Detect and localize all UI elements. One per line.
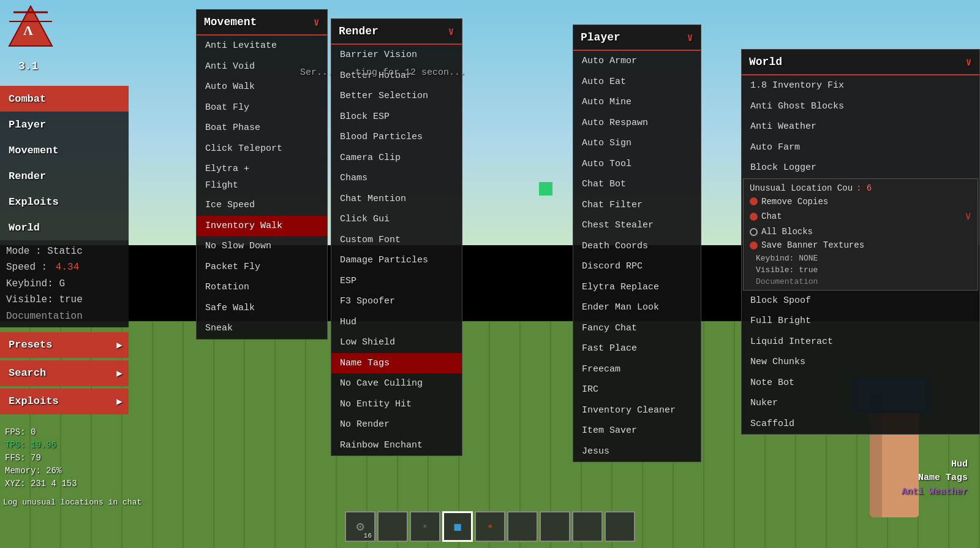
panel-item-auto-sign[interactable]: Auto Sign [573,133,701,154]
hotbar-slot-3[interactable]: ▪ [410,511,440,542]
panel-item-nuker[interactable]: Nuker [742,393,979,414]
hotbar-slot-7[interactable] [540,511,570,542]
panel-item-18-inventory-fix[interactable]: 1.8 Inventory Fix [742,75,979,96]
panel-item-esp[interactable]: ESP [331,271,462,292]
sidebar-item-player[interactable]: Player [0,112,129,137]
movement-chevron[interactable]: ∨ [313,15,320,29]
panel-item-auto-respawn[interactable]: Auto Respawn [573,113,701,134]
panel-item-freecam[interactable]: Freecam [573,359,701,380]
panel-item-auto-farm[interactable]: Auto Farm [742,137,979,158]
panel-item-death-coords[interactable]: Death Coords [573,236,701,257]
panel-item-anti-ghost-blocks[interactable]: Anti Ghost Blocks [742,96,979,117]
search-button[interactable]: Search ▶ [0,360,129,386]
hotbar-slot-9[interactable] [605,511,635,542]
panel-item-chat-bot[interactable]: Chat Bot [573,174,701,195]
player-chevron[interactable]: ∨ [687,31,693,44]
panel-item-packet-fly[interactable]: Packet Fly [197,257,327,278]
sidebar-item-combat[interactable]: Combat [0,86,129,112]
remove-copies-item[interactable]: Remove Copies [750,195,971,208]
panel-item-barrier-vision[interactable]: Barrier Vision [331,45,462,66]
panel-item-block-esp[interactable]: Block ESP [331,107,462,127]
sidebar-item-exploits[interactable]: Exploits [0,189,129,215]
panel-item-inventory-walk[interactable]: Inventory Walk [197,216,327,237]
panel-item-auto-armor[interactable]: Auto Armor [573,51,701,72]
panel-item-rainbow-enchant[interactable]: Rainbow Enchant [331,435,462,456]
panel-item-full-bright[interactable]: Full Bright [742,311,979,332]
panel-item-sneak[interactable]: Sneak [197,318,327,339]
movement-header: Movement ∨ [197,10,327,36]
panel-item-new-chunks[interactable]: New Chunks [742,352,979,373]
world-documentation[interactable]: Documentation [750,276,971,287]
panel-item-camera-clip[interactable]: Camera Clip [331,148,462,169]
panel-item-no-entity-hit[interactable]: No Entity Hit [331,394,462,415]
panel-item-f3-spoofer[interactable]: F3 Spoofer [331,291,462,312]
panel-item-elytra-replace[interactable]: Elytra Replace [573,277,701,298]
panel-item-scaffold[interactable]: Scaffold [742,414,979,435]
panel-item-note-bot[interactable]: Note Bot [742,373,979,394]
panel-item-boat-phase[interactable]: Boat Phase [197,118,327,139]
unusual-location-subpanel: Unusual Location Cou: 6 Remove Copies Ch… [743,178,978,291]
panel-item-anti-levitate[interactable]: Anti Levitate [197,36,327,56]
world-chevron[interactable]: ∨ [965,55,972,69]
panel-item-click-teleport[interactable]: Click Teleport [197,139,327,159]
panel-item-anti-weather[interactable]: Anti Weather [742,116,979,137]
panel-item-chat-mention[interactable]: Chat Mention [331,189,462,210]
mode-label: Mode : Static [6,243,123,259]
panel-item-low-shield[interactable]: Low Shield [331,332,462,353]
hotbar-slot-6[interactable] [507,511,538,542]
sidebar-item-render[interactable]: Render [0,163,129,189]
sidebar-item-world[interactable]: World [0,215,129,240]
panel-item-hud[interactable]: Hud [331,312,462,333]
panel-item-discord-rpc[interactable]: Discord RPC [573,256,701,277]
hotbar-slot-1[interactable]: ⚙ 16 [345,511,375,542]
chat-expand[interactable]: ∨ [965,210,971,224]
documentation-label[interactable]: Documentation [6,308,123,324]
sidebar-item-movement[interactable]: Movement [0,137,129,163]
panel-item-chat-filter[interactable]: Chat Filter [573,195,701,216]
panel-item-better-selection[interactable]: Better Selection [331,86,462,107]
hotbar-slot-2[interactable] [377,511,408,542]
panel-item-auto-mine[interactable]: Auto Mine [573,92,701,113]
panel-item-custom-font[interactable]: Custom Font [331,230,462,251]
panel-item-fancy-chat[interactable]: Fancy Chat [573,318,701,339]
panel-item-item-saver[interactable]: Item Saver [573,421,701,441]
panel-item-chams[interactable]: Chams [331,168,462,189]
panel-item-inventory-cleaner[interactable]: Inventory Cleaner [573,400,701,421]
panel-item-ice-speed[interactable]: Ice Speed [197,195,327,216]
panel-item-rotation[interactable]: Rotation [197,277,327,298]
panel-item-auto-walk[interactable]: Auto Walk [197,77,327,97]
panel-item-block-logger[interactable]: Block Logger [742,158,979,178]
panel-item-damage-particles[interactable]: Damage Particles [331,250,462,271]
panel-item-chest-stealer[interactable]: Chest Stealer [573,215,701,236]
save-banner-item[interactable]: Save Banner Textures [750,238,971,252]
panel-item-boat-fly[interactable]: Boat Fly [197,97,327,118]
panel-item-no-slow-down[interactable]: No Slow Down [197,236,327,257]
panel-item-blood-particles[interactable]: Blood Particles [331,127,462,148]
panel-item-jesus[interactable]: Jesus [573,441,701,462]
hotbar-slot-8[interactable] [572,511,603,542]
render-chevron[interactable]: ∨ [448,25,454,38]
panel-item-no-cave-culling[interactable]: No Cave Culling [331,373,462,394]
panel-item-auto-eat[interactable]: Auto Eat [573,72,701,93]
panel-item-safe-walk[interactable]: Safe Walk [197,298,327,319]
hotbar-slot-5[interactable]: ▪ [475,511,505,542]
panel-item-liquid-interact[interactable]: Liquid Interact [742,332,979,352]
keybind-label: Keybind: G [6,276,123,292]
all-blocks-item[interactable]: All Blocks [750,225,971,238]
panel-item-elytra[interactable]: Elytra + [197,159,327,180]
hotbar-slot-4[interactable]: ◼ [442,511,473,542]
chat-item[interactable]: Chat ∨ [750,208,971,225]
exploits-arrow: ▶ [116,395,123,408]
exploits-button[interactable]: Exploits ▶ [0,389,129,414]
panel-item-fast-place[interactable]: Fast Place [573,338,701,359]
server-message: Ser... ...ting for 12 secon... [300,67,466,78]
panel-item-name-tags[interactable]: Name Tags [331,353,462,374]
panel-item-ender-man-look[interactable]: Ender Man Look [573,297,701,318]
panel-item-click-gui[interactable]: Click Gui [331,209,462,230]
panel-item-block-spoof[interactable]: Block Spoof [742,291,979,311]
panel-item-irc[interactable]: IRC [573,379,701,400]
panel-item-auto-tool[interactable]: Auto Tool [573,154,701,175]
panel-item-no-render[interactable]: No Render [331,414,462,435]
panel-item-flight[interactable]: Flight [197,180,327,196]
presets-button[interactable]: Presets ▶ [0,332,129,358]
